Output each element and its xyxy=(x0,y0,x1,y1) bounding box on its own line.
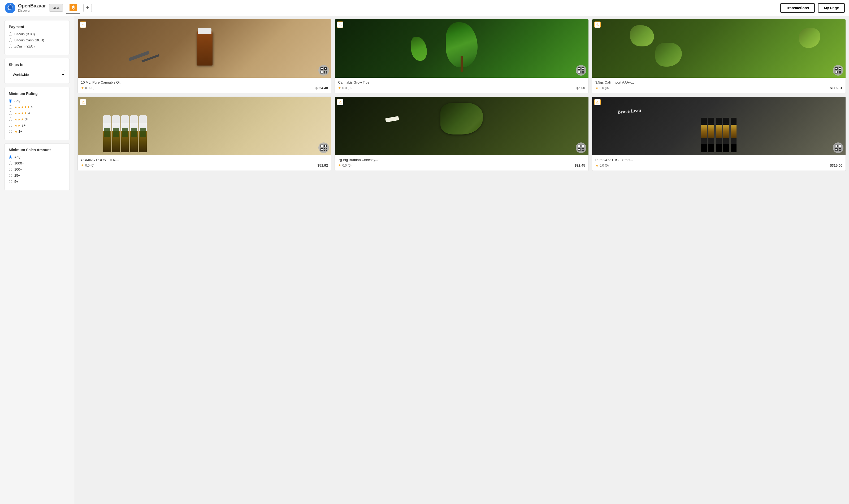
rating-1plus[interactable]: ★ 1+ xyxy=(9,129,65,133)
qr-icon xyxy=(577,144,585,151)
rating-4-label: ★★★★ 4+ xyxy=(14,111,32,115)
qr-badge xyxy=(319,142,329,153)
bch-radio[interactable] xyxy=(9,38,12,42)
sales-100-radio[interactable] xyxy=(9,168,12,171)
qr-badge xyxy=(833,65,844,76)
svg-rect-9 xyxy=(321,71,323,73)
sales-any[interactable]: Any xyxy=(9,155,65,159)
sales-1000plus[interactable]: 1000+ xyxy=(9,161,65,165)
rating-5plus[interactable]: ★★★★★ 5+ xyxy=(9,105,65,109)
svg-rect-27 xyxy=(835,68,837,69)
product-rating: ★ 0.0 (0) xyxy=(338,86,351,90)
ships-to-select[interactable]: Worldwide United States Canada Europe Au… xyxy=(9,70,65,79)
transactions-button[interactable]: Transactions xyxy=(780,3,815,13)
rating-any[interactable]: Any xyxy=(9,99,65,103)
product-meta: ★ 0.0 (0) $116.81 xyxy=(595,86,842,90)
zec-label: ZCash (ZEC) xyxy=(14,44,35,48)
product-info: 3.5qs Cali Import AAA+... ★ 0.0 (0) $116… xyxy=(592,78,846,93)
product-rating: ★ 0.0 (0) xyxy=(595,163,609,167)
rating-2-label: ★★ 2+ xyxy=(14,123,25,127)
tab-bitcoin[interactable]: ₿ xyxy=(66,2,80,14)
rating-2plus[interactable]: ★★ 2+ xyxy=(9,123,65,127)
sales-100plus[interactable]: 100+ xyxy=(9,167,65,172)
btc-label: Bitcoin (BTC) xyxy=(14,32,35,36)
product-rating: ★ 0.0 (0) xyxy=(81,163,94,167)
btc-radio[interactable] xyxy=(9,32,12,36)
svg-rect-20 xyxy=(578,71,580,73)
bitcoin-icon: ₿ xyxy=(70,4,77,11)
svg-rect-5 xyxy=(321,68,323,69)
svg-rect-44 xyxy=(326,148,327,149)
app-name: OpenBazaar xyxy=(18,3,46,9)
svg-rect-22 xyxy=(583,71,584,72)
sales-100-label: 100+ xyxy=(14,167,22,172)
product-info: COMING SOON - THC... ★ 0.0 (0) $51.92 xyxy=(78,155,331,170)
app-header: OpenBazaar Discover OB1 ₿ + Transactions… xyxy=(0,0,849,16)
warning-icon: ⚠ xyxy=(596,22,599,27)
svg-rect-54 xyxy=(581,148,583,149)
rating-4plus[interactable]: ★★★★ 4+ xyxy=(9,111,65,115)
product-price: $51.92 xyxy=(318,163,328,167)
product-price: $5.00 xyxy=(577,86,585,90)
ships-to-section: Ships to Worldwide United States Canada … xyxy=(4,58,70,84)
product-price: $32.45 xyxy=(575,163,585,167)
product-meta: ★ 0.0 (0) $32.45 xyxy=(338,163,585,167)
ships-to-title: Ships to xyxy=(9,62,65,67)
qr-icon xyxy=(834,67,842,74)
product-card[interactable]: ⚠ 10 ML. Pure Cannabis O xyxy=(77,19,331,93)
product-card[interactable]: Bruce Lean ⚠ xyxy=(592,96,846,171)
svg-text:₿: ₿ xyxy=(72,5,74,10)
stars-3: ★★★ xyxy=(14,117,24,121)
add-tab-button[interactable]: + xyxy=(83,4,92,12)
payment-btc[interactable]: Bitcoin (BTC) xyxy=(9,32,65,36)
warning-badge: ⚠ xyxy=(337,21,343,28)
sales-5plus[interactable]: 5+ xyxy=(9,180,65,183)
svg-rect-55 xyxy=(583,148,584,149)
product-card[interactable]: ⚠ 3.5qs Cali Import AAA+ xyxy=(592,19,846,93)
product-image: ⚠ xyxy=(592,19,846,78)
svg-rect-65 xyxy=(839,148,840,149)
sales-5-label: 5+ xyxy=(14,180,18,183)
svg-rect-16 xyxy=(578,68,580,69)
product-image: ⚠ xyxy=(78,97,331,155)
sales-any-radio[interactable] xyxy=(9,156,12,159)
product-meta: ★ 0.0 (0) $5.00 xyxy=(338,86,585,90)
sales-25plus[interactable]: 25+ xyxy=(9,174,65,178)
svg-rect-29 xyxy=(839,68,841,69)
sales-5-radio[interactable] xyxy=(9,180,12,183)
payment-zec[interactable]: ZCash (ZEC) xyxy=(9,44,65,48)
min-sales-title: Minimum Sales Amount xyxy=(9,148,65,152)
star-icon: ★ xyxy=(595,163,598,167)
qr-badge xyxy=(833,142,844,153)
sales-1000-radio[interactable] xyxy=(9,162,12,165)
product-info: 7g Big Buddah Cheesey... ★ 0.0 (0) $32.4… xyxy=(335,155,588,170)
product-rating: ★ 0.0 (0) xyxy=(81,86,94,90)
payment-bch[interactable]: Bitcoin Cash (BCH) xyxy=(9,38,65,42)
product-card[interactable]: ⚠ COMING SOON - THC... xyxy=(77,96,331,171)
svg-rect-67 xyxy=(839,150,840,151)
warning-icon: ⚠ xyxy=(339,100,342,104)
rating-1-radio[interactable] xyxy=(9,130,12,133)
product-card[interactable]: ⚠ 7g Big Buddah Cheesey. xyxy=(335,96,589,171)
svg-rect-13 xyxy=(326,72,327,73)
svg-rect-62 xyxy=(839,145,841,147)
rating-any-radio[interactable] xyxy=(9,99,12,103)
warning-badge: ⚠ xyxy=(80,21,86,28)
my-page-button[interactable]: My Page xyxy=(818,3,845,13)
rating-5-radio[interactable] xyxy=(9,105,12,109)
rating-2-radio[interactable] xyxy=(9,124,12,127)
app-subtitle: Discover xyxy=(18,9,46,13)
sales-25-radio[interactable] xyxy=(9,174,12,177)
tab-ob1[interactable]: OB1 xyxy=(49,4,63,12)
rating-3plus[interactable]: ★★★ 3+ xyxy=(9,117,65,121)
product-card[interactable]: ⚠ Cannabis Grow Tips xyxy=(335,19,589,93)
rating-4-radio[interactable] xyxy=(9,111,12,115)
svg-rect-68 xyxy=(840,150,841,151)
svg-rect-21 xyxy=(581,71,583,72)
payment-section: Payment Bitcoin (BTC) Bitcoin Cash (BCH)… xyxy=(4,20,70,55)
zec-radio[interactable] xyxy=(9,44,12,48)
product-title: 3.5qs Cali Import AAA+... xyxy=(595,80,842,84)
rating-value: 0.0 (0) xyxy=(342,86,351,90)
product-price: $324.48 xyxy=(315,86,328,90)
rating-3-radio[interactable] xyxy=(9,118,12,121)
